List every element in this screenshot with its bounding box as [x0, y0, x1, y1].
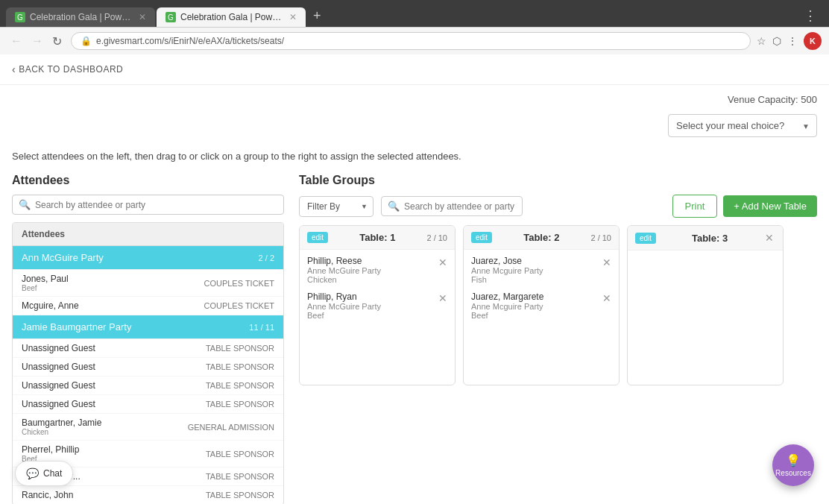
attendee-rancic-name: Rancic, John [22, 490, 73, 500]
attendee-jones-paul[interactable]: Jones, Paul Beef COUPLES TICKET [13, 270, 283, 297]
top-bar: ‹ BACK TO DASHBOARD [0, 54, 829, 85]
profile-avatar[interactable]: K [804, 32, 822, 50]
attendee-pherrel-ticket: TABLE SPONSOR [206, 450, 274, 459]
forward-button[interactable]: → [28, 33, 46, 50]
table2-title: Table: 2 [492, 232, 590, 243]
party-jamie-name: Jamie Baumgartner Party [22, 321, 131, 333]
extensions-icon[interactable]: ⬡ [772, 35, 781, 47]
attendee-unassigned-1[interactable]: Unassigned Guest TABLE SPONSOR [13, 339, 283, 358]
meal-choice-wrapper: Select your meal choice? Beef Chicken Fi… [668, 114, 817, 137]
tables-search-input[interactable] [404, 201, 516, 212]
nav-bar: ← → ↻ 🔒 e.givesmart.com/s/iEnirN/e/eAX/a… [0, 27, 829, 54]
nav-arrows: ← → ↻ [7, 33, 65, 50]
attendees-search-input[interactable] [35, 200, 277, 210]
table1-attendee2-meal: Beef [307, 311, 438, 320]
attendee-mcguire-anne[interactable]: Mcguire, Anne COUPLES TICKET [13, 297, 283, 315]
tab-bar: G Celebration Gala | Powered By... ✕ G C… [0, 0, 829, 27]
browser-menu-icon[interactable]: ⋮ [798, 4, 823, 27]
attendee-unassigned-2-name: Unassigned Guest [22, 362, 95, 372]
tab2-close[interactable]: ✕ [289, 12, 297, 22]
attendee-mcguire-ticket: COUPLES TICKET [204, 301, 274, 310]
tab1-close[interactable]: ✕ [139, 12, 146, 22]
chat-icon: 💬 [26, 467, 39, 479]
attendee-pherrel-name: Pherrel, Phillip [22, 444, 79, 455]
table1-attendee2-remove[interactable]: ✕ [438, 292, 447, 304]
filter-wrapper: Filter By [299, 196, 373, 217]
table1-attendee2-party: Anne McGuire Party [307, 302, 438, 311]
table1-header: edit Table: 1 2 / 10 [300, 226, 455, 250]
filter-select[interactable]: Filter By [299, 196, 373, 217]
table3-close-button[interactable]: ✕ [763, 232, 775, 244]
attendee-jones-ticket: COUPLES TICKET [204, 279, 274, 288]
table1-edit-badge[interactable]: edit [307, 232, 328, 243]
tab-2[interactable]: G Celebration Gala | Powered By... ✕ [157, 7, 306, 27]
tables-search-icon: 🔍 [388, 201, 400, 212]
settings-icon[interactable]: ⋮ [787, 35, 798, 47]
attendee-unassigned-4[interactable]: Unassigned Guest TABLE SPONSOR [13, 395, 283, 414]
table3-body [628, 251, 783, 385]
tables-search-box[interactable]: 🔍 [381, 196, 523, 216]
back-to-dashboard-link[interactable]: ‹ BACK TO DASHBOARD [12, 63, 817, 75]
tables-actions: Print + Add New Table [672, 195, 817, 218]
resources-button[interactable]: 💡 Resources [772, 444, 814, 486]
attendees-title: Attendees [12, 174, 284, 187]
attendee-unassigned-3[interactable]: Unassigned Guest TABLE SPONSOR [13, 377, 283, 395]
address-bar[interactable]: 🔒 e.givesmart.com/s/iEnirN/e/eAX/a/ticke… [71, 32, 751, 50]
tab1-favicon: G [15, 12, 25, 22]
attendee-baumgartner-jamie[interactable]: Baumgartner, Jamie Chicken GENERAL ADMIS… [13, 414, 283, 441]
attendee-baumgartner-2-ticket: TABLE SPONSOR [206, 472, 274, 481]
table1-attendee1-remove[interactable]: ✕ [438, 256, 447, 268]
reload-button[interactable]: ↻ [49, 33, 65, 50]
table2-attendee1-remove[interactable]: ✕ [602, 256, 611, 268]
table2-attendee2-remove[interactable]: ✕ [602, 292, 611, 304]
page-content: ‹ BACK TO DASHBOARD Venue Capacity: 500 … [0, 54, 829, 504]
attendee-baumgartner-ticket: GENERAL ADMISSION [188, 423, 274, 432]
meal-choice-row: Select your meal choice? Beef Chicken Fi… [12, 108, 817, 143]
url-text: e.givesmart.com/s/iEnirN/e/eAX/a/tickets… [96, 36, 284, 46]
attendee-baumgartner-meal: Chicken [22, 428, 101, 436]
table1-title: Table: 1 [328, 232, 426, 243]
add-table-button[interactable]: + Add New Table [723, 195, 817, 217]
table2-attendee1-name: Juarez, Jose [471, 256, 602, 266]
table2-attendee1-info: Juarez, Jose Anne Mcguire Party Fish [471, 256, 602, 284]
table2-header: edit Table: 2 2 / 10 [464, 226, 619, 250]
table1-attendee1-party: Anne McGuire Party [307, 266, 438, 275]
attendee-unassigned-3-name: Unassigned Guest [22, 380, 95, 391]
print-button[interactable]: Print [672, 195, 718, 218]
tables-filter-search: Filter By 🔍 [299, 196, 523, 217]
list-header: Attendees [13, 223, 283, 246]
back-button[interactable]: ← [7, 33, 25, 50]
tables-title: Table Groups [299, 174, 375, 187]
attendee-unassigned-2[interactable]: Unassigned Guest TABLE SPONSOR [13, 358, 283, 377]
party-ann-mcguire[interactable]: Ann McGuire Party 2 / 2 [13, 246, 283, 270]
tab-1[interactable]: G Celebration Gala | Powered By... ✕ [6, 7, 155, 27]
party-jamie-baumgartner[interactable]: Jamie Baumgartner Party 11 / 11 [13, 315, 283, 339]
lock-icon: 🔒 [81, 36, 92, 46]
attendee-rancic[interactable]: Rancic, John TABLE SPONSOR [13, 486, 283, 504]
table-card-1: edit Table: 1 2 / 10 Phillip, Reese Anne… [299, 225, 456, 385]
attendee-rancic-ticket: TABLE SPONSOR [206, 491, 274, 500]
two-column-layout: Attendees 🔍 Attendees Ann McGuire Party … [12, 174, 817, 504]
meal-choice-select[interactable]: Select your meal choice? Beef Chicken Fi… [668, 114, 817, 137]
table2-body: Juarez, Jose Anne Mcguire Party Fish ✕ J… [464, 250, 619, 384]
main-content: Venue Capacity: 500 Select your meal cho… [0, 85, 829, 504]
attendee-unassigned-4-ticket: TABLE SPONSOR [206, 400, 274, 409]
attendees-search-icon: 🔍 [19, 199, 31, 210]
chat-button[interactable]: 💬 Chat [15, 461, 73, 486]
party-ann-mcguire-name: Ann McGuire Party [22, 252, 104, 263]
bookmark-icon[interactable]: ☆ [757, 35, 766, 47]
tab2-favicon: G [166, 12, 176, 22]
table-card-3: edit Table: 3 ✕ [627, 225, 784, 385]
attendees-search-box[interactable]: 🔍 [12, 195, 284, 215]
attendee-unassigned-1-ticket: TABLE SPONSOR [206, 344, 274, 353]
attendee-baumgartner-name: Baumgartner, Jamie [22, 418, 101, 428]
table3-edit-badge[interactable]: edit [635, 233, 656, 244]
resources-label: Resources [775, 469, 811, 477]
table2-count: 2 / 10 [590, 233, 611, 242]
table2-edit-badge[interactable]: edit [471, 232, 492, 243]
new-tab-button[interactable]: + [307, 5, 327, 27]
table3-title: Table: 3 [656, 233, 763, 244]
table2-attendee2-party: Anne Mcguire Party [471, 302, 602, 311]
attendee-jones-name: Jones, Paul [22, 274, 69, 284]
attendee-jones-info: Jones, Paul Beef [22, 274, 69, 292]
